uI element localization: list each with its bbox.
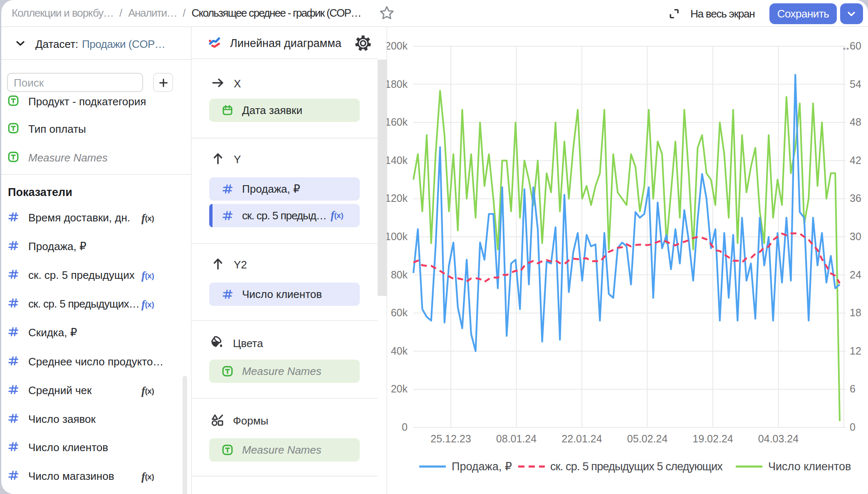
- svg-text:08.01.24: 08.01.24: [496, 433, 537, 444]
- svg-text:04.03.24: 04.03.24: [758, 433, 799, 444]
- svg-text:20k: 20k: [391, 383, 408, 395]
- svg-text:40k: 40k: [391, 345, 408, 357]
- svg-text:60: 60: [850, 40, 861, 52]
- svg-text:12: 12: [850, 345, 861, 357]
- svg-text:Число клиентов: Число клиентов: [768, 460, 851, 473]
- svg-text:18: 18: [850, 307, 861, 318]
- svg-text:180k: 180k: [387, 78, 408, 90]
- svg-text:48: 48: [850, 116, 861, 128]
- svg-text:05.02.24: 05.02.24: [627, 433, 668, 444]
- svg-text:0: 0: [850, 421, 856, 433]
- svg-text:30: 30: [850, 231, 861, 242]
- svg-text:0: 0: [402, 421, 408, 433]
- svg-text:160k: 160k: [387, 116, 408, 128]
- svg-text:60k: 60k: [391, 307, 408, 318]
- svg-text:42: 42: [850, 154, 861, 166]
- svg-text:200k: 200k: [387, 40, 408, 52]
- svg-text:22.01.24: 22.01.24: [561, 433, 602, 444]
- svg-text:19.02.24: 19.02.24: [692, 433, 733, 444]
- svg-text:120k: 120k: [387, 192, 408, 204]
- svg-text:100k: 100k: [387, 231, 408, 242]
- svg-text:6: 6: [850, 383, 856, 395]
- svg-text:24: 24: [850, 269, 861, 281]
- svg-text:140k: 140k: [387, 154, 408, 166]
- svg-text:ск. ср. 5 предыдущих 5 следующ: ск. ср. 5 предыдущих 5 следующих: [550, 460, 723, 473]
- svg-text:25.12.23: 25.12.23: [430, 433, 471, 444]
- svg-text:54: 54: [850, 78, 861, 90]
- svg-text:Продажа, ₽: Продажа, ₽: [452, 460, 512, 473]
- svg-text:80k: 80k: [391, 269, 408, 281]
- svg-text:36: 36: [850, 192, 861, 204]
